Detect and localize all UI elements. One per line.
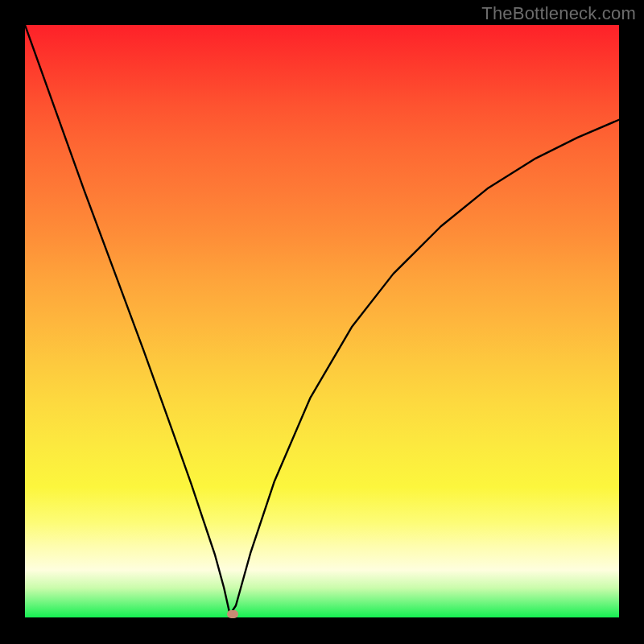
chart-frame: TheBottleneck.com — [0, 0, 644, 644]
optimum-marker — [227, 610, 238, 618]
curve-svg — [25, 25, 619, 617]
watermark-text: TheBottleneck.com — [481, 3, 636, 24]
plot-area — [25, 25, 619, 617]
bottleneck-curve — [25, 25, 619, 614]
